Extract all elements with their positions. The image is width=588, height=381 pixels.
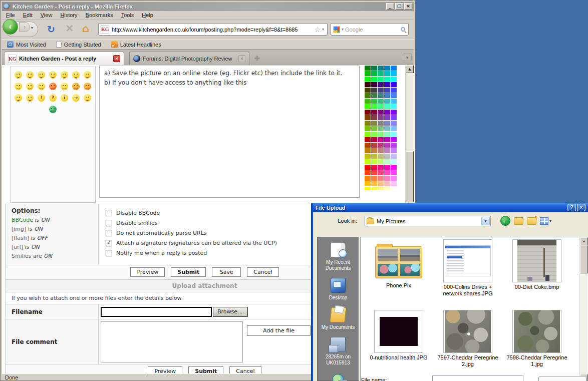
file-item-peregrine-2[interactable]: 7597-Cheddar Peregrine 2.jpg [437,310,499,367]
palette-swatch[interactable] [391,88,397,93]
bookmark-getting-started[interactable]: Getting Started [56,41,101,48]
palette-swatch[interactable] [371,88,377,93]
palette-swatch[interactable] [365,187,371,190]
tab-dpreview-forums[interactable]: Forums: Digital Photography Review × [129,52,249,65]
scroll-up-icon[interactable]: ▲ [580,237,588,245]
palette-swatch[interactable] [371,148,377,153]
cancel-button[interactable]: Cancel [247,267,278,277]
menu-file[interactable]: File [6,12,15,18]
palette-swatch[interactable] [391,71,397,76]
palette-swatch[interactable] [384,181,390,186]
eek-smiley-icon[interactable] [61,71,68,79]
palette-swatch[interactable] [365,176,371,181]
palette-swatch[interactable] [391,115,397,120]
palette-swatch[interactable] [365,132,371,137]
palette-swatch[interactable] [378,154,384,159]
palette-swatch[interactable] [371,93,377,98]
idea-smiley-icon[interactable] [61,94,68,102]
reload-icon[interactable]: ↻ [47,23,55,36]
attachment-cancel-button[interactable]: Cancel [229,366,261,373]
palette-swatch[interactable] [384,170,390,175]
menu-bookmarks[interactable]: Bookmarks [86,12,113,18]
palette-swatch[interactable] [391,143,397,148]
palette-swatch[interactable] [365,93,371,98]
notify-reply-checkbox[interactable] [106,250,112,256]
search-box[interactable]: ▾ Google [331,23,409,36]
palette-swatch[interactable] [391,82,397,87]
palette-swatch[interactable] [371,110,377,115]
palette-swatch[interactable] [371,176,377,181]
history-dropdown-icon[interactable]: ▾ [31,26,33,30]
file-item-nutritional-health[interactable]: 0-nutritional health.JPG [368,310,430,367]
view-menu-icon[interactable]: ▾ [540,217,551,225]
up-one-level-icon[interactable]: ↑ [514,217,523,225]
palette-swatch[interactable] [365,99,371,104]
palette-swatch[interactable] [371,126,377,131]
palette-swatch[interactable] [391,137,397,142]
palette-swatch[interactable] [391,121,397,126]
attachment-preview-button[interactable]: Preview [148,366,182,373]
arrow-smiley-icon[interactable] [72,94,80,102]
palette-swatch[interactable] [384,159,390,164]
palette-swatch[interactable] [384,176,390,181]
exclaim-smiley-icon[interactable] [38,94,45,102]
palette-swatch[interactable] [391,104,397,109]
dialog-title-bar[interactable]: File Upload ? × [313,203,588,212]
palette-swatch[interactable] [378,132,384,137]
palette-swatch[interactable] [384,187,390,190]
look-in-combobox[interactable]: My Pictures ▼ [365,216,491,226]
palette-swatch[interactable] [378,176,384,181]
place-my-network[interactable]: My Network [318,372,358,381]
cool-smiley-icon[interactable] [84,71,91,79]
dialog-close-button[interactable]: × [577,204,585,211]
evil-smiley-icon[interactable] [72,83,80,90]
palette-swatch[interactable] [384,137,390,142]
attach-signature-checkbox[interactable] [106,240,112,246]
palette-swatch[interactable] [384,82,390,87]
tab-close-icon[interactable]: × [238,55,245,62]
palette-swatch[interactable] [378,165,384,170]
menu-view[interactable]: View [41,12,53,18]
palette-swatch[interactable] [384,115,390,120]
rolleyes-smiley-icon[interactable] [15,94,22,102]
palette-swatch[interactable] [371,181,377,186]
palette-swatch[interactable] [371,165,377,170]
palette-swatch[interactable] [378,187,384,190]
palette-swatch[interactable] [384,93,390,98]
palette-swatch[interactable] [371,132,377,137]
browse-button[interactable]: Browse... [213,307,248,317]
cry-smiley-icon[interactable] [61,83,68,90]
scroll-up-icon[interactable]: ▲ [406,65,414,73]
palette-swatch[interactable] [384,66,390,71]
menu-tools[interactable]: Tools [121,12,134,18]
palette-swatch[interactable] [365,121,371,126]
open-button[interactable] [538,376,586,381]
palette-swatch[interactable] [384,154,390,159]
palette-swatch[interactable] [384,165,390,170]
palette-swatch[interactable] [378,181,384,186]
new-folder-icon[interactable]: * [527,217,536,225]
palette-swatch[interactable] [384,143,390,148]
palette-swatch[interactable] [378,99,384,104]
palette-swatch[interactable] [391,181,397,186]
file-item-peregrine-1[interactable]: 7598-Cheddar Peregrine 1.jpg [506,310,568,367]
message-textarea[interactable]: a) Save the picture on an online store (… [99,66,360,198]
disable-smilies-checkbox[interactable] [106,220,112,226]
url-text[interactable]: http://www.kitchengarden.co.uk/forum/pos… [112,27,313,33]
palette-swatch[interactable] [371,159,377,164]
no-parse-urls-checkbox[interactable] [106,230,112,236]
palette-swatch[interactable] [378,77,384,82]
palette-swatch[interactable] [378,88,384,93]
palette-swatch[interactable] [378,110,384,115]
dialog-help-button[interactable]: ? [567,204,576,211]
menu-history[interactable]: History [60,12,77,18]
palette-swatch[interactable] [384,148,390,153]
palette-swatch[interactable] [365,154,371,159]
palette-swatch[interactable] [365,115,371,120]
mad-smiley-icon[interactable] [26,83,34,90]
palette-swatch[interactable] [378,93,384,98]
palette-swatch[interactable] [391,99,397,104]
title-bar[interactable]: Kitchen Garden - Post a reply - Mozilla … [2,2,414,11]
twisted-smiley-icon[interactable] [84,83,91,90]
back-folder-icon[interactable]: ← [500,216,510,226]
